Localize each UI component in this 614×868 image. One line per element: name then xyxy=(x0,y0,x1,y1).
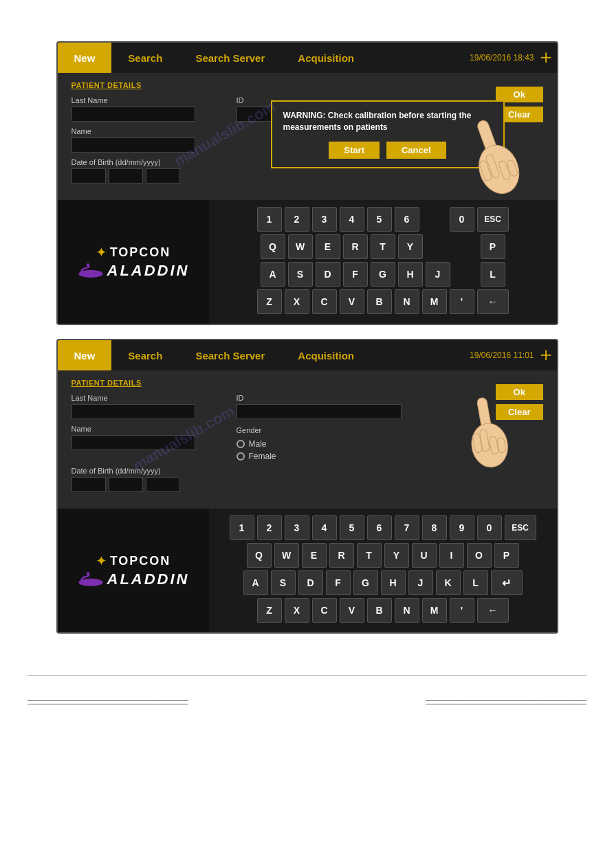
key-1[interactable]: 1 xyxy=(257,207,282,232)
key-5-2[interactable]: 5 xyxy=(340,515,364,540)
key-k-2[interactable]: K xyxy=(436,570,461,595)
settings-icon-2[interactable]: ✕ xyxy=(536,346,556,366)
key-2[interactable]: 2 xyxy=(285,207,309,232)
key-s-1[interactable]: S xyxy=(288,262,313,287)
dob-day-2[interactable] xyxy=(72,477,106,492)
key-g-1[interactable]: G xyxy=(371,262,395,287)
key-f-1[interactable]: F xyxy=(343,262,368,287)
key-q-2[interactable]: Q xyxy=(247,543,272,568)
key-d-2[interactable]: D xyxy=(298,570,323,595)
key-e-2[interactable]: E xyxy=(302,543,327,568)
dob-day-1[interactable] xyxy=(72,168,106,183)
key-backspace-2[interactable]: ← xyxy=(477,598,509,623)
key-x-1[interactable]: X xyxy=(285,289,309,314)
tab-new-1[interactable]: New xyxy=(58,43,112,73)
key-b-2[interactable]: B xyxy=(367,598,392,623)
key-1-2[interactable]: 1 xyxy=(230,515,254,540)
key-q-1[interactable]: Q xyxy=(261,234,285,259)
dob-month-2[interactable] xyxy=(109,477,143,492)
key-t-2[interactable]: T xyxy=(357,543,382,568)
radio-male-2[interactable]: Male xyxy=(237,439,276,449)
key-j-1[interactable]: J xyxy=(426,262,450,287)
key-v-2[interactable]: V xyxy=(340,598,364,623)
tab-search-server-1[interactable]: Search Server xyxy=(179,43,281,73)
ok-button-2[interactable]: Ok xyxy=(496,384,543,400)
tab-search-server-2[interactable]: Search Server xyxy=(179,340,281,370)
key-d-1[interactable]: D xyxy=(316,262,340,287)
lastname-input-1[interactable] xyxy=(72,107,195,122)
key-4-2[interactable]: 4 xyxy=(312,515,337,540)
key-z-2[interactable]: Z xyxy=(257,598,282,623)
key-y-1[interactable]: Y xyxy=(398,234,423,259)
key-h-2[interactable]: H xyxy=(381,570,406,595)
id-input-2[interactable] xyxy=(237,404,402,419)
key-n-2[interactable]: N xyxy=(395,598,419,623)
key-i-2[interactable]: I xyxy=(439,543,464,568)
name-input-1[interactable] xyxy=(72,137,195,153)
key-esc-1[interactable]: ESC xyxy=(477,207,509,232)
key-p-1[interactable]: P xyxy=(481,234,505,259)
settings-icon-1[interactable]: ✕ xyxy=(536,48,556,68)
key-8-2[interactable]: 8 xyxy=(422,515,447,540)
key-l-1[interactable]: L xyxy=(481,262,505,287)
key-p-2[interactable]: P xyxy=(494,543,519,568)
key-2-2[interactable]: 2 xyxy=(257,515,282,540)
radio-female-2[interactable]: Female xyxy=(237,452,276,461)
key-5[interactable]: 5 xyxy=(367,207,392,232)
key-a-2[interactable]: A xyxy=(243,570,268,595)
tab-acquisition-1[interactable]: Acquisition xyxy=(281,43,371,73)
tab-search-1[interactable]: Search xyxy=(111,43,179,73)
tab-acquisition-2[interactable]: Acquisition xyxy=(281,340,371,370)
key-6[interactable]: 6 xyxy=(395,207,419,232)
footer-left-link[interactable]: ────────────────────────────── xyxy=(28,696,188,704)
key-z-1[interactable]: Z xyxy=(257,289,282,314)
key-9-2[interactable]: 9 xyxy=(450,515,474,540)
key-t-1[interactable]: T xyxy=(371,234,395,259)
key-m-2[interactable]: M xyxy=(422,598,447,623)
key-m-1[interactable]: M xyxy=(422,289,447,314)
key-l-2[interactable]: L xyxy=(463,570,488,595)
key-3[interactable]: 3 xyxy=(312,207,337,232)
key-v-1[interactable]: V xyxy=(340,289,364,314)
key-c-2[interactable]: C xyxy=(312,598,337,623)
key-0[interactable]: 0 xyxy=(450,207,474,232)
key-r-2[interactable]: R xyxy=(329,543,354,568)
cancel-button-1[interactable]: Cancel xyxy=(386,142,446,159)
key-h-1[interactable]: H xyxy=(398,262,423,287)
key-e-1[interactable]: E xyxy=(316,234,340,259)
key-w-2[interactable]: W xyxy=(274,543,299,568)
dob-year-2[interactable] xyxy=(146,477,180,492)
tab-new-2[interactable]: New xyxy=(58,340,112,370)
key-x-2[interactable]: X xyxy=(285,598,309,623)
key-backspace-1[interactable]: ← xyxy=(477,289,509,314)
key-6-2[interactable]: 6 xyxy=(367,515,392,540)
key-g-2[interactable]: G xyxy=(353,570,378,595)
key-b-1[interactable]: B xyxy=(367,289,392,314)
key-f-2[interactable]: F xyxy=(326,570,351,595)
lastname-input-2[interactable] xyxy=(72,404,195,419)
name-input-2[interactable] xyxy=(72,435,195,450)
clear-button-2[interactable]: Clear xyxy=(496,404,543,420)
dob-year-1[interactable] xyxy=(146,168,180,183)
key-y-2[interactable]: Y xyxy=(384,543,409,568)
key-r-1[interactable]: R xyxy=(343,234,368,259)
key-s-2[interactable]: S xyxy=(271,570,296,595)
key-esc-2[interactable]: ESC xyxy=(505,515,536,540)
key-enter-2[interactable]: ↵ xyxy=(491,570,523,595)
key-0-2[interactable]: 0 xyxy=(477,515,502,540)
key-apos-2[interactable]: ' xyxy=(450,598,474,623)
start-button-1[interactable]: Start xyxy=(329,142,380,159)
key-n-1[interactable]: N xyxy=(395,289,419,314)
footer-right-link[interactable]: ────────────────────────────── xyxy=(426,696,586,704)
key-c-1[interactable]: C xyxy=(312,289,337,314)
key-o-2[interactable]: O xyxy=(467,543,492,568)
key-u-2[interactable]: U xyxy=(412,543,437,568)
key-3-2[interactable]: 3 xyxy=(285,515,309,540)
key-a-1[interactable]: A xyxy=(261,262,285,287)
key-w-1[interactable]: W xyxy=(288,234,313,259)
key-7-2[interactable]: 7 xyxy=(395,515,419,540)
key-j-2[interactable]: J xyxy=(408,570,433,595)
key-apos-1[interactable]: ' xyxy=(450,289,474,314)
tab-search-2[interactable]: Search xyxy=(111,340,179,370)
dob-month-1[interactable] xyxy=(109,168,143,183)
